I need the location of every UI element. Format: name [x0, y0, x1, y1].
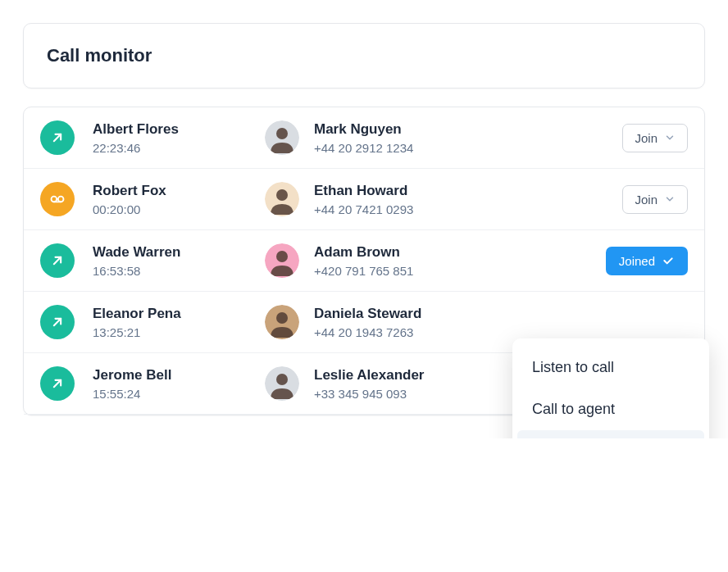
- svg-line-11: [54, 319, 61, 325]
- agent-column: Albert Flores22:23:46: [93, 121, 265, 155]
- joined-button-label: Joined: [619, 254, 655, 268]
- svg-point-7: [276, 189, 288, 201]
- contact-avatar: [265, 182, 299, 216]
- contact-column: Ethan Howard+44 20 7421 0293: [314, 183, 622, 216]
- contact-column: Mark Nguyen+44 20 2912 1234: [314, 121, 622, 155]
- join-button[interactable]: Join: [622, 185, 688, 214]
- page-title: Call monitor: [47, 45, 681, 66]
- outbound-call-icon: [40, 243, 75, 278]
- contact-avatar: [265, 120, 299, 155]
- call-duration: 00:20:00: [93, 202, 265, 216]
- agent-column: Wade Warren16:53:58: [93, 244, 265, 278]
- outbound-call-icon: [40, 305, 75, 339]
- svg-line-8: [54, 257, 61, 264]
- call-duration: 13:25:21: [93, 325, 265, 339]
- outbound-call-icon: [40, 120, 75, 155]
- agent-column: Robert Fox00:20:00: [93, 183, 265, 216]
- svg-point-2: [276, 128, 288, 139]
- svg-point-3: [52, 197, 57, 202]
- chevron-down-icon: [664, 132, 676, 143]
- svg-point-10: [276, 251, 288, 262]
- joined-button[interactable]: Joined: [606, 247, 688, 275]
- contact-name: Mark Nguyen: [314, 121, 622, 138]
- contact-avatar: [265, 305, 299, 339]
- agent-name: Eleanor Pena: [93, 306, 265, 322]
- agent-name: Albert Flores: [93, 121, 265, 138]
- dropdown-item[interactable]: Call to agent: [512, 388, 709, 430]
- svg-point-13: [276, 312, 288, 324]
- call-duration: 16:53:58: [93, 264, 265, 278]
- agent-name: Jerome Bell: [93, 367, 265, 384]
- call-list: Albert Flores22:23:46Mark Nguyen+44 20 2…: [23, 107, 705, 415]
- agent-name: Robert Fox: [93, 183, 265, 199]
- join-button[interactable]: Join: [622, 124, 688, 152]
- join-button-label: Join: [635, 193, 657, 207]
- action-column: Join: [622, 124, 688, 152]
- dropdown-item[interactable]: Listen to call: [512, 347, 709, 388]
- call-duration: 15:55:24: [93, 387, 265, 401]
- check-icon: [662, 254, 675, 267]
- agent-column: Jerome Bell15:55:24: [93, 367, 265, 401]
- contact-column: Daniela Steward+44 20 1943 7263: [314, 306, 688, 339]
- header-panel: Call monitor: [23, 23, 705, 89]
- voicemail-icon: [40, 182, 75, 216]
- contact-name: Ethan Howard: [314, 183, 622, 199]
- svg-line-14: [54, 380, 61, 387]
- contact-phone: +44 20 2912 1234: [314, 141, 622, 155]
- action-column: Joined: [606, 247, 688, 275]
- svg-point-4: [58, 197, 64, 202]
- join-action-menu: Listen to callCall to agentTalk to both: [512, 338, 709, 438]
- contact-phone: +44 20 7421 0293: [314, 202, 622, 216]
- outbound-call-icon: [40, 366, 75, 401]
- dropdown-item[interactable]: Talk to both: [517, 430, 704, 438]
- contact-name: Adam Brown: [314, 244, 606, 261]
- call-duration: 22:23:46: [93, 141, 265, 155]
- contact-name: Daniela Steward: [314, 306, 688, 322]
- contact-avatar: [265, 366, 299, 401]
- contact-avatar: [265, 243, 299, 278]
- call-row: Robert Fox00:20:00Ethan Howard+44 20 742…: [24, 169, 704, 230]
- agent-name: Wade Warren: [93, 244, 265, 261]
- contact-phone: +420 791 765 851: [314, 264, 606, 278]
- call-row: Wade Warren16:53:58Adam Brown+420 791 76…: [24, 230, 704, 292]
- agent-column: Eleanor Pena13:25:21: [93, 306, 265, 339]
- join-button-label: Join: [635, 131, 657, 145]
- action-column: Join: [622, 185, 688, 214]
- chevron-down-icon: [664, 193, 676, 205]
- contact-phone: +44 20 1943 7263: [314, 325, 688, 339]
- contact-column: Adam Brown+420 791 765 851: [314, 244, 606, 278]
- svg-point-16: [276, 374, 288, 385]
- call-row: Albert Flores22:23:46Mark Nguyen+44 20 2…: [24, 107, 704, 169]
- svg-line-0: [54, 134, 61, 141]
